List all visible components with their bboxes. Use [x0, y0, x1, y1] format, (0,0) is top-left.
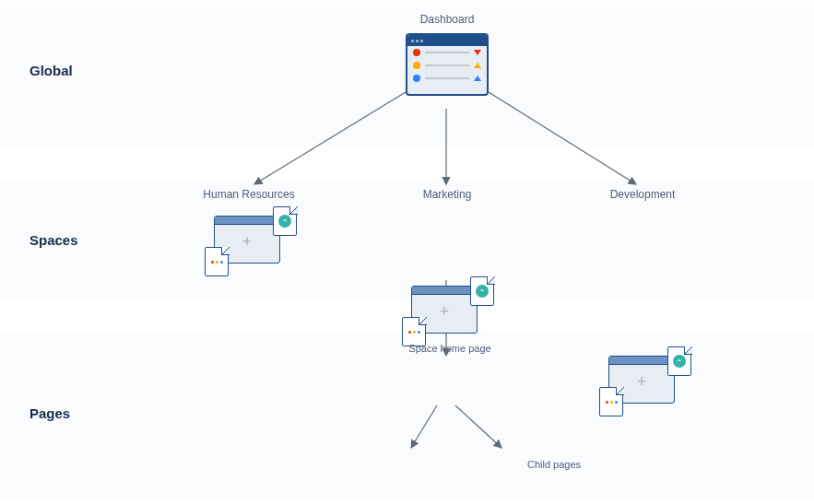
space-icon-development: + “: [599, 346, 691, 416]
dashboard-icon: [406, 33, 489, 96]
tier-pages: [0, 332, 814, 498]
space-label-marketing: Marketing: [387, 188, 507, 201]
tier-label-pages: Pages: [29, 405, 70, 421]
space-label-hr: Human Resources: [184, 188, 313, 201]
tier-label-global: Global: [29, 63, 73, 78]
child-pages-label: Child pages: [527, 459, 581, 470]
space-icon-marketing: + “: [402, 276, 494, 346]
space-icon-hr: + “: [205, 206, 297, 276]
tier-label-spaces: Spaces: [29, 232, 78, 248]
dashboard-label: Dashboard: [387, 13, 507, 26]
space-home-label: Space home page: [404, 343, 496, 354]
space-label-development: Development: [583, 188, 702, 201]
